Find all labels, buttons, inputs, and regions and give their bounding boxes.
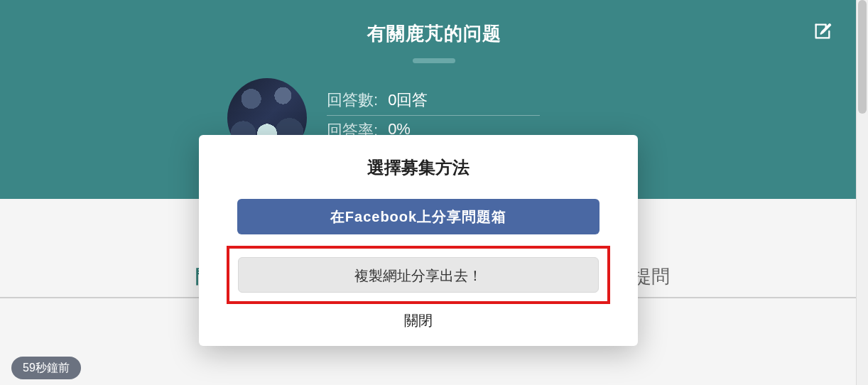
share-facebook-button[interactable]: 在Facebook上分享問題箱	[237, 199, 600, 234]
scrollbar[interactable]	[856, 0, 868, 385]
answers-count-value: 0回答	[388, 90, 428, 111]
time-chip-label: 59秒鐘前	[23, 361, 70, 376]
scrollbar-thumb[interactable]	[858, 0, 867, 114]
stat-row-answers: 回答數: 0回答	[327, 85, 540, 116]
copy-url-button[interactable]: 複製網址分享出去！	[238, 257, 599, 293]
header-divider	[413, 58, 455, 63]
edit-icon[interactable]	[813, 21, 832, 41]
time-chip: 59秒鐘前	[11, 357, 81, 379]
modal-title: 選擇募集方法	[220, 156, 617, 179]
close-button[interactable]: 關閉	[220, 311, 617, 330]
copy-url-highlight: 複製網址分享出去！	[227, 246, 610, 304]
answers-count-label: 回答數:	[327, 90, 378, 111]
share-modal: 選擇募集方法 在Facebook上分享問題箱 複製網址分享出去！ 關閉	[199, 135, 638, 346]
page-title: 有關鹿芃的问题	[0, 21, 868, 46]
